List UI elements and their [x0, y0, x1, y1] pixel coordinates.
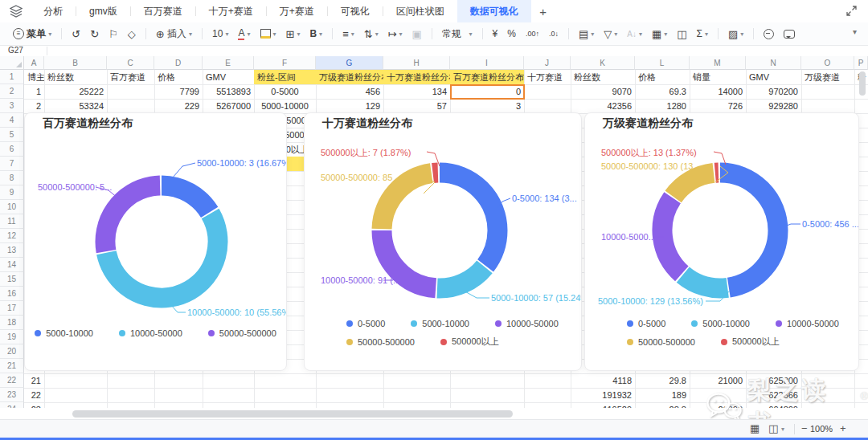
filter-button[interactable]: ▽▾	[600, 25, 621, 43]
row-header-11[interactable]: 11	[0, 214, 24, 229]
row-header-18[interactable]: 18	[0, 316, 24, 330]
cell-D3[interactable]: 229	[154, 99, 203, 113]
column-header-P[interactable]: P	[854, 56, 868, 70]
cell-H1[interactable]: 十万赛道粉丝分布	[383, 70, 450, 84]
cell-K22[interactable]: 4118	[571, 373, 635, 388]
row-header-3[interactable]: 3	[0, 99, 24, 113]
find-button[interactable]	[760, 25, 778, 43]
cell-K23[interactable]: 191932	[571, 388, 635, 402]
column-header-A[interactable]: A	[24, 56, 44, 70]
fullscreen-icon[interactable]	[846, 6, 857, 16]
row-header-17[interactable]: 17	[0, 301, 24, 316]
cell-style-button[interactable]: ▤▾	[575, 25, 598, 43]
legend-item-50000-500000[interactable]: 50000-500000	[208, 328, 276, 338]
legend-item-0-5000[interactable]: 0-5000	[627, 319, 665, 328]
row-header-4[interactable]: 4	[0, 113, 24, 128]
cell-L22[interactable]: 29.8	[635, 373, 690, 388]
sheet-tab-8[interactable]: 数据可视化	[457, 0, 531, 22]
cell-A23[interactable]: 22	[24, 388, 44, 402]
cell-E1[interactable]: GMV	[203, 70, 254, 84]
undo-button[interactable]: ↺	[68, 25, 84, 43]
cell-A3[interactable]: 2	[24, 99, 44, 113]
column-header-J[interactable]: J	[524, 56, 571, 70]
cell-J1[interactable]: 十万赛道	[524, 70, 571, 84]
row-header-10[interactable]: 10	[0, 200, 24, 214]
currency-format-button[interactable]: ¥	[489, 25, 502, 43]
cell-O1[interactable]: 万级赛道	[801, 70, 854, 84]
clear-format-button[interactable]: ◇	[124, 25, 140, 43]
cell-N3[interactable]: 929280	[746, 99, 801, 113]
cell-E3[interactable]: 5267000	[203, 99, 254, 113]
font-color-button[interactable]: A▾	[234, 25, 254, 43]
cell-H2[interactable]: 134	[383, 84, 450, 99]
cell-N22[interactable]: 625800	[746, 373, 801, 388]
cell-K3[interactable]: 42356	[571, 99, 635, 113]
redo-button[interactable]: ↻	[86, 25, 103, 43]
vertical-align-button[interactable]: ⇅▾	[360, 25, 383, 43]
sheet-switcher-chevron-icon[interactable]: ▾	[781, 426, 784, 433]
row-header-22[interactable]: 22	[0, 373, 24, 388]
column-header-E[interactable]: E	[203, 56, 254, 70]
sheet-tab-1[interactable]: 分析	[31, 0, 76, 22]
row-header-24[interactable]: 24	[0, 402, 24, 408]
column-header-K[interactable]: K	[571, 56, 635, 70]
toolbar-collapse-icon[interactable]: ▾	[853, 27, 857, 36]
freeze-button[interactable]: ◫	[673, 25, 690, 43]
number-format-select[interactable]: 常规 ▾	[438, 25, 477, 43]
text-wrap-button[interactable]: ↦▾	[384, 25, 407, 43]
percent-format-button[interactable]: %	[503, 25, 520, 43]
cell-L2[interactable]: 69.3	[635, 84, 690, 99]
cell-D2[interactable]: 7799	[154, 84, 203, 99]
row-header-19[interactable]: 19	[0, 330, 24, 344]
cell-L23[interactable]: 189	[635, 388, 690, 402]
legend-item-5000-10000[interactable]: 5000-10000	[35, 328, 93, 338]
column-header-L[interactable]: L	[635, 56, 690, 70]
cell-K2[interactable]: 9070	[571, 84, 635, 99]
formula-bar[interactable]	[0, 46, 868, 57]
borders-button[interactable]: ⊞▾	[282, 25, 305, 43]
sheet-tab-5[interactable]: 万+赛道	[267, 0, 327, 22]
sheet-switcher-icon[interactable]: ◫	[768, 422, 778, 434]
cell-G2[interactable]: 456	[316, 84, 383, 99]
sheet-tab-4[interactable]: 十万+赛道	[196, 0, 266, 22]
cell-M22[interactable]: 21000	[690, 373, 746, 388]
legend-item-10000-50000[interactable]: 10000-50000	[119, 328, 182, 338]
cell-N2[interactable]: 970200	[746, 84, 801, 99]
cell-E2[interactable]: 5513893	[203, 84, 254, 99]
sheet-tab-6[interactable]: 可视化	[328, 0, 383, 22]
zoom-in-button[interactable]: +	[840, 422, 846, 434]
row-header-12[interactable]: 12	[0, 229, 24, 243]
select-all-corner[interactable]	[0, 56, 24, 70]
cell-B1[interactable]: 粉丝数	[44, 70, 107, 84]
column-header-F[interactable]: F	[254, 56, 316, 70]
column-header-C[interactable]: C	[107, 56, 154, 70]
cell-C1[interactable]: 百万赛道	[107, 70, 154, 84]
row-header-23[interactable]: 23	[0, 388, 24, 402]
row-header-5[interactable]: 5	[0, 128, 24, 142]
row-header-15[interactable]: 15	[0, 272, 24, 287]
legend-item-0-5000[interactable]: 0-5000	[346, 319, 385, 328]
increase-decimal-button[interactable]: .00↑	[522, 25, 543, 43]
cell-N1[interactable]: GMV	[746, 70, 801, 84]
legend-item-10000-50000[interactable]: 10000-50000	[495, 319, 559, 328]
cell-F1[interactable]: 粉丝-区间	[254, 70, 316, 84]
row-header-20[interactable]: 20	[0, 344, 24, 359]
cell-F2[interactable]: 0-5000	[254, 84, 316, 99]
comment-button[interactable]	[780, 25, 799, 43]
format-painter-button[interactable]: ⚐	[104, 25, 122, 43]
row-header-16[interactable]: 16	[0, 287, 24, 301]
sheet-tab-2[interactable]: gmv版	[76, 0, 130, 22]
legend-item-500000以上[interactable]: 500000以上	[721, 336, 780, 348]
cell-B3[interactable]: 53324	[44, 99, 107, 113]
grid-view-icon[interactable]: ▦	[750, 422, 760, 434]
cell-K24[interactable]: 119529	[571, 402, 635, 408]
zoom-out-button[interactable]: −	[801, 422, 808, 434]
decrease-decimal-button[interactable]: .0↓	[545, 25, 563, 43]
sum-button[interactable]: Σ▾	[693, 25, 712, 43]
cell-L3[interactable]: 1280	[635, 99, 690, 113]
row-header-8[interactable]: 8	[0, 171, 24, 185]
cell-A2[interactable]: 1	[24, 84, 44, 99]
fill-color-button[interactable]: ▾	[256, 25, 280, 43]
cell-A1[interactable]: 博主	[24, 70, 44, 84]
vertical-scrollbar[interactable]	[859, 71, 866, 96]
